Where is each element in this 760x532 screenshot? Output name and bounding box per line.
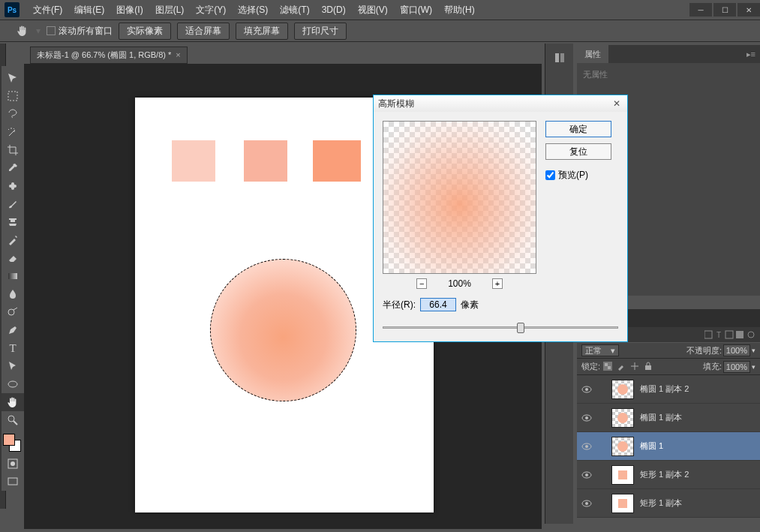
- marquee-tool[interactable]: [2, 87, 24, 105]
- eyedropper-tool[interactable]: [2, 159, 24, 177]
- menu-file[interactable]: 文件(F): [27, 4, 68, 17]
- print-size-button[interactable]: 打印尺寸: [294, 23, 347, 40]
- color-swatches[interactable]: [2, 432, 24, 455]
- menu-help[interactable]: 帮助(H): [438, 4, 481, 17]
- lock-transparent-icon[interactable]: [603, 362, 614, 372]
- foreground-color-swatch[interactable]: [3, 434, 15, 446]
- document-tab[interactable]: 未标题-1 @ 66.7% (椭圆 1, RGB/8) * ×: [30, 47, 188, 64]
- app-logo: Ps: [5, 2, 20, 17]
- svg-point-16: [748, 332, 754, 338]
- hand-tool[interactable]: [2, 393, 24, 411]
- move-tool[interactable]: [2, 69, 24, 87]
- clone-stamp-tool[interactable]: [2, 213, 24, 231]
- visibility-toggle-icon[interactable]: [581, 498, 592, 509]
- type-tool[interactable]: T: [2, 339, 24, 357]
- scroll-all-windows-checkbox[interactable]: 滚动所有窗口: [47, 25, 113, 38]
- lock-position-icon[interactable]: [630, 362, 641, 372]
- zoom-tool[interactable]: [2, 411, 24, 429]
- rect-swatch-2: [244, 140, 287, 182]
- layer-name: 椭圆 1: [640, 440, 663, 452]
- svg-rect-3: [8, 273, 17, 279]
- layer-thumbnail[interactable]: [611, 437, 634, 456]
- fill-input[interactable]: 100%: [723, 361, 750, 373]
- healing-brush-tool[interactable]: [2, 177, 24, 195]
- visibility-toggle-icon[interactable]: [581, 470, 592, 480]
- window-maximize-button[interactable]: ☐: [713, 3, 736, 17]
- layer-row[interactable]: 椭圆 1: [577, 432, 760, 461]
- reset-button[interactable]: 复位: [545, 143, 611, 160]
- ok-button[interactable]: 确定: [545, 121, 611, 137]
- radius-slider[interactable]: [383, 322, 618, 332]
- quick-mask-toggle[interactable]: [2, 455, 24, 473]
- history-brush-tool[interactable]: [2, 231, 24, 249]
- blur-tool[interactable]: [2, 285, 24, 303]
- svg-point-26: [585, 445, 588, 448]
- pen-tool[interactable]: [2, 321, 24, 339]
- layer-filter-icons[interactable]: T: [701, 330, 760, 339]
- menu-edit[interactable]: 编辑(E): [68, 4, 110, 17]
- layer-name: 椭圆 1 副本: [640, 412, 682, 423]
- lasso-tool[interactable]: [2, 105, 24, 123]
- screen-mode-toggle[interactable]: [2, 473, 24, 491]
- layer-thumbnail[interactable]: [611, 408, 634, 428]
- svg-rect-19: [608, 366, 611, 369]
- gradient-tool[interactable]: [2, 267, 24, 285]
- slider-thumb[interactable]: [517, 323, 524, 333]
- menu-view[interactable]: 视图(V): [352, 4, 394, 17]
- dialog-close-button[interactable]: ✕: [611, 98, 623, 110]
- layer-thumbnail[interactable]: [611, 494, 634, 513]
- panel-menu-icon[interactable]: ▸≡: [742, 50, 760, 59]
- zoom-in-button[interactable]: +: [492, 278, 503, 289]
- menu-image[interactable]: 图像(I): [110, 4, 149, 17]
- fit-screen-button[interactable]: 适合屏幕: [177, 23, 230, 40]
- crop-tool[interactable]: [2, 141, 24, 159]
- zoom-out-button[interactable]: −: [416, 278, 427, 289]
- layer-row[interactable]: 椭圆 1 副本: [577, 404, 760, 432]
- layer-name: 矩形 1 副本: [640, 497, 682, 509]
- window-close-button[interactable]: ✕: [737, 3, 760, 17]
- opacity-label: 不透明度:: [686, 345, 722, 356]
- selection-marquee: [210, 259, 356, 401]
- panel-icon[interactable]: [545, 47, 574, 69]
- eraser-tool[interactable]: [2, 249, 24, 267]
- layer-row[interactable]: 椭圆 1 副本 2: [577, 375, 760, 404]
- layer-thumbnail[interactable]: [611, 380, 634, 399]
- preview-image[interactable]: [383, 121, 536, 274]
- menu-layer[interactable]: 图层(L): [149, 4, 191, 17]
- close-tab-icon[interactable]: ×: [176, 50, 180, 59]
- radius-unit: 像素: [461, 299, 479, 311]
- svg-rect-15: [736, 331, 743, 338]
- menu-window[interactable]: 窗口(W): [394, 4, 438, 17]
- svg-rect-11: [560, 53, 564, 62]
- layer-row[interactable]: 矩形 1 副本: [577, 489, 760, 518]
- fill-label: 填充:: [703, 361, 722, 372]
- properties-tab[interactable]: 属性: [577, 45, 608, 63]
- no-properties-label: 无属性: [583, 70, 608, 79]
- shape-tool[interactable]: [2, 375, 24, 393]
- brush-tool[interactable]: [2, 195, 24, 213]
- blend-mode-select[interactable]: 正常▾: [581, 344, 619, 356]
- layer-row[interactable]: 矩形 1 副本 2: [577, 461, 760, 489]
- magic-wand-tool[interactable]: [2, 123, 24, 141]
- lock-paint-icon[interactable]: [617, 362, 627, 372]
- path-selection-tool[interactable]: [2, 357, 24, 375]
- opacity-input[interactable]: 100%: [723, 344, 750, 356]
- window-minimize-button[interactable]: ─: [689, 3, 712, 17]
- radius-input[interactable]: [420, 298, 456, 311]
- fill-screen-button[interactable]: 填充屏幕: [236, 23, 288, 40]
- visibility-toggle-icon[interactable]: [581, 413, 592, 423]
- preview-checkbox[interactable]: 预览(P): [545, 169, 611, 182]
- actual-pixels-button[interactable]: 实际像素: [119, 23, 171, 40]
- menu-type[interactable]: 文字(Y): [190, 4, 232, 17]
- menu-3d[interactable]: 3D(D): [316, 5, 352, 15]
- preview-checkbox-input[interactable]: [545, 170, 555, 180]
- layer-thumbnail[interactable]: [611, 465, 634, 485]
- dodge-tool[interactable]: [2, 303, 24, 321]
- visibility-toggle-icon[interactable]: [581, 384, 592, 395]
- svg-rect-2: [11, 182, 14, 190]
- menu-select[interactable]: 选择(S): [232, 4, 274, 17]
- layer-name: 椭圆 1 副本 2: [640, 383, 689, 395]
- lock-all-icon[interactable]: [644, 362, 654, 372]
- menu-filter[interactable]: 滤镜(T): [274, 4, 315, 17]
- visibility-toggle-icon[interactable]: [581, 441, 592, 452]
